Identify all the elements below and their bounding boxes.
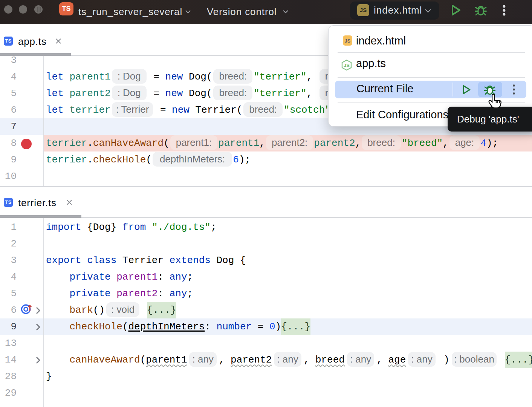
svg-text:JS: JS bbox=[344, 63, 350, 68]
svg-text:JS: JS bbox=[345, 38, 351, 44]
